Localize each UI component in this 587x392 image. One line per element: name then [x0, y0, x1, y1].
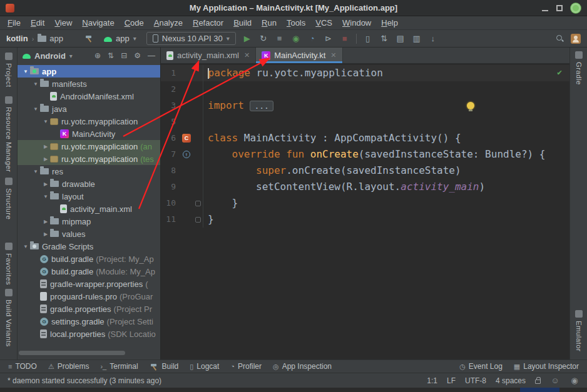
run-button[interactable]: ▶	[242, 34, 252, 43]
debug-button[interactable]: ◉	[291, 34, 301, 43]
code-line-6[interactable]: 6Cclass MainActivity : AppCompatActivity…	[161, 130, 569, 146]
search-everywhere-icon[interactable]	[555, 34, 564, 43]
code-line-9[interactable]: 9 setContentView(R.layout.activity_main)	[161, 179, 569, 195]
minimize-button[interactable]	[542, 6, 548, 11]
code-line-11[interactable]: 11}	[161, 211, 569, 228]
tab-close-icon[interactable]: ✕	[330, 51, 336, 59]
sdk-manager-icon[interactable]: ↓	[428, 34, 438, 43]
sync-project-icon[interactable]: ⇅	[379, 34, 389, 43]
code-line-2[interactable]: 2	[161, 81, 569, 98]
run-config-selector[interactable]: app▾	[100, 33, 140, 44]
collapse-all-icon[interactable]: ⊟	[121, 51, 127, 60]
tree-chevron-icon[interactable]: ▼	[21, 69, 30, 74]
device-selector[interactable]: Nexus 10 API 30▾	[146, 32, 236, 45]
title-bar[interactable]: My Application – MainActivity.kt [My_App…	[0, 0, 587, 16]
menu-help[interactable]: Help	[376, 17, 403, 29]
stripe-button-structure[interactable]: Structure	[0, 178, 17, 219]
stripe-button-gradle[interactable]: Gradle	[570, 51, 587, 85]
tree-chevron-icon[interactable]: ▼	[41, 119, 50, 124]
profile-avatar-icon[interactable]	[571, 34, 581, 44]
tree-item-manifests[interactable]: ▼manifests	[18, 78, 160, 90]
apply-code-changes-button[interactable]: ≡	[275, 34, 285, 43]
tree-item-mipmap[interactable]: ▶mipmap	[18, 215, 160, 228]
stripe-button-favorites[interactable]: Favorites	[0, 243, 17, 285]
background-tasks-icon[interactable]: ☺	[550, 376, 560, 384]
device-file-explorer-icon[interactable]: ▥	[412, 34, 422, 43]
maximize-button[interactable]	[556, 5, 563, 11]
tree-item-mainactivity[interactable]: KMainActivity	[18, 128, 160, 140]
code-line-1[interactable]: 1package ru.yotc.myapplication	[161, 65, 569, 81]
tree-item-proguard-rules-pro-proguar[interactable]: proguard-rules.pro(ProGuar	[18, 290, 160, 303]
toolwindow-button-event-log[interactable]: ◷Event Log	[454, 360, 508, 373]
tree-chevron-icon[interactable]: ▼	[31, 169, 40, 174]
stripe-button-resource-manager[interactable]: Resource Manager	[0, 96, 17, 172]
code-editor[interactable]: 1package ru.yotc.myapplication23import .…	[161, 64, 569, 359]
toolwindow-button-terminal[interactable]: ›_Terminal	[94, 360, 143, 373]
file-encoding[interactable]: UTF-8	[465, 376, 486, 385]
code-line-3[interactable]: 3import ...	[161, 98, 569, 114]
menu-file[interactable]: File	[3, 17, 26, 29]
menu-refactor[interactable]: Refactor	[188, 17, 228, 29]
fold-marker[interactable]	[193, 211, 203, 228]
hide-panel-icon[interactable]: —	[148, 51, 155, 60]
tree-chevron-icon[interactable]: ▼	[31, 106, 40, 112]
tree-item-settings-gradle-project-setti[interactable]: Gsettings.gradle(Project Setti	[18, 315, 160, 328]
tree-item-gradle-properties-project-pr[interactable]: gradle.properties(Project Pr	[18, 303, 160, 315]
menu-window[interactable]: Window	[337, 17, 376, 29]
code-line-8[interactable]: 8 super.onCreate(savedInstanceState)	[161, 163, 569, 179]
override-icon[interactable]: ↑	[180, 151, 193, 158]
toolwindow-button-profiler[interactable]: ◔Profiler	[225, 360, 267, 373]
tree-item-drawable[interactable]: ▶drawable	[18, 178, 160, 190]
stop-button[interactable]: ■	[340, 34, 350, 43]
tab-mainactivity-kt[interactable]: KMainActivity.kt✕	[256, 48, 342, 63]
menu-build[interactable]: Build	[228, 17, 257, 29]
toolwindow-button-todo[interactable]: ≡TODO	[3, 360, 43, 373]
override-gutter-icon[interactable]: ↑	[183, 151, 190, 158]
menu-analyze[interactable]: Analyze	[149, 17, 188, 29]
layout-inspector-toolbar-icon[interactable]: ▤	[396, 34, 406, 43]
build-hammer-icon[interactable]	[84, 34, 94, 43]
breadcrumb-app[interactable]: app	[38, 34, 63, 43]
menu-edit[interactable]: Edit	[26, 17, 49, 29]
menu-run[interactable]: Run	[257, 17, 282, 29]
tree-item-ru-yotc-myapplication-tes[interactable]: ▶ru.yotc.myapplication(tes	[18, 153, 160, 165]
line-separator[interactable]: LF	[447, 376, 456, 385]
fold-marker[interactable]	[193, 195, 203, 211]
attach-debugger-button[interactable]: ⊳	[324, 34, 334, 43]
project-view-selector[interactable]: Android	[34, 51, 66, 61]
code-line-7[interactable]: 7↑ override fun onCreate(savedInstanceSt…	[161, 146, 569, 163]
tree-chevron-icon[interactable]: ▼	[31, 81, 40, 87]
menu-code[interactable]: Code	[120, 17, 149, 29]
tree-item-gradle-wrapper-properties[interactable]: gradle-wrapper.properties(	[18, 278, 160, 290]
breadcrumb-kotlin[interactable]: kotlin	[6, 34, 28, 43]
tree-item-local-properties-sdk-locatio[interactable]: local.properties(SDK Locatio	[18, 328, 160, 340]
apply-changes-button[interactable]: ↻	[258, 34, 268, 43]
toolwindow-button-problems[interactable]: ⚠Problems	[43, 360, 95, 373]
readonly-lock-icon[interactable]	[535, 379, 541, 384]
tree-item-gradle-scripts[interactable]: ▼Gradle Scripts	[18, 240, 160, 253]
tree-chevron-icon[interactable]: ▶	[41, 231, 50, 237]
toolwindow-button-build[interactable]: Build	[144, 360, 185, 373]
code-line-10[interactable]: 10 }	[161, 195, 569, 211]
tree-item-ru-yotc-myapplication-an[interactable]: ▶ru.yotc.myapplication(an	[18, 140, 160, 153]
menu-vcs[interactable]: VCS	[310, 17, 337, 29]
close-button[interactable]	[571, 3, 581, 13]
menu-navigate[interactable]: Navigate	[77, 17, 119, 29]
tree-chevron-icon[interactable]: ▶	[41, 144, 50, 149]
tree-item-layout[interactable]: ▼layout	[18, 190, 160, 203]
class-icon[interactable]: C	[180, 134, 193, 143]
tree-chevron-icon[interactable]: ▶	[41, 219, 50, 224]
select-opened-file-icon[interactable]: ⊕	[94, 51, 101, 60]
tree-chevron-icon[interactable]: ▶	[41, 156, 50, 162]
tree-item-ru-yotc-myapplication[interactable]: ▼ru.yotc.myapplication	[18, 115, 160, 128]
menu-tools[interactable]: Tools	[282, 17, 310, 29]
tree-item-activity-main-xml[interactable]: activity_main.xml	[18, 203, 160, 215]
tree-chevron-icon[interactable]: ▼	[21, 244, 30, 249]
tree-chevron-icon[interactable]: ▶	[41, 181, 50, 187]
tree-item-build-gradle-module-my-ap[interactable]: Gbuild.gradle(Module: My_Ap	[18, 265, 160, 278]
tree-item-res[interactable]: ▼res	[18, 165, 160, 178]
notifications-icon[interactable]: ◉	[569, 376, 579, 384]
stripe-button-build-variants[interactable]: Build Variants	[0, 289, 17, 347]
tree-item-java[interactable]: ▼java	[18, 103, 160, 115]
code-line-5[interactable]: 5	[161, 114, 569, 130]
